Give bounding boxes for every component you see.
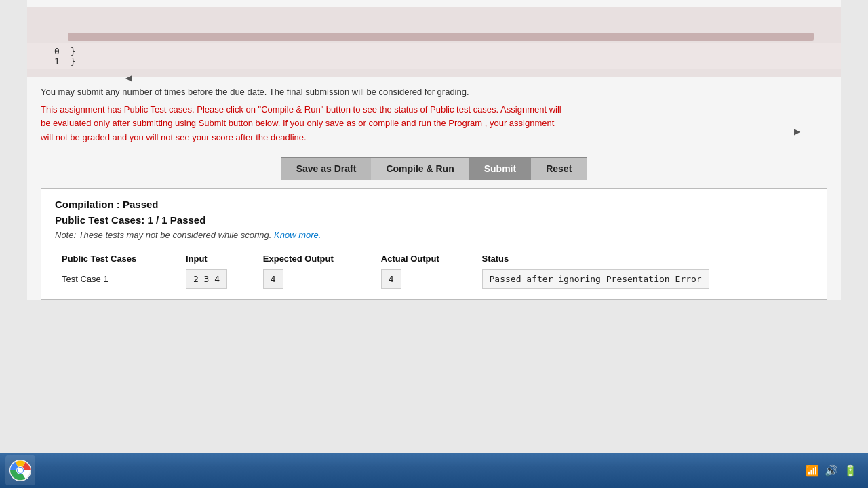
test-case-name: Test Case 1 (55, 268, 179, 289)
line-code-0: } (71, 46, 76, 56)
col-header-expected: Expected Output (256, 249, 374, 268)
action-button-bar: Save as Draft Compile & Run Submit Reset (27, 157, 841, 180)
table-row: Test Case 1 2 3 4 4 4 Passed after ignor… (55, 268, 813, 289)
know-more-link[interactable]: Know more. (274, 230, 321, 240)
battery-icon: 🔋 (844, 464, 857, 477)
scroll-right-arrow[interactable]: ▶ (794, 127, 800, 136)
warning-text: This assignment has Public Test cases. P… (27, 103, 841, 152)
test-case-input: 2 3 4 (179, 268, 256, 289)
line-code-1: } (71, 56, 76, 66)
network-icon: 📶 (806, 464, 819, 477)
test-case-status: Passed after ignoring Presentation Error (475, 268, 813, 289)
taskbar: 📶 🔊 🔋 (0, 453, 868, 488)
submit-info-text: You may submit any number of times befor… (27, 77, 841, 103)
line-number-1: 1 (54, 56, 60, 66)
scoring-note: Note: These tests may not be considered … (55, 230, 813, 240)
col-header-name: Public Test Cases (55, 249, 179, 268)
submit-button[interactable]: Submit (469, 157, 531, 180)
compile-run-button[interactable]: Compile & Run (371, 157, 469, 180)
horizontal-scrollbar[interactable] (68, 33, 814, 41)
taskbar-right: 📶 🔊 🔋 (806, 464, 863, 477)
speaker-icon: 🔊 (825, 464, 838, 477)
code-area: ◀ ▶ 0 } 1 } (27, 7, 841, 77)
svg-point-4 (18, 468, 23, 473)
scroll-left-arrow[interactable]: ◀ (125, 73, 132, 83)
col-header-actual: Actual Output (374, 249, 475, 268)
test-cases-table: Public Test Cases Input Expected Output … (55, 249, 813, 289)
test-case-expected: 4 (256, 268, 374, 289)
main-content: ◀ ▶ 0 } 1 } You may submit any number of… (27, 0, 841, 300)
line-number-0: 0 (54, 46, 60, 56)
save-draft-button[interactable]: Save as Draft (281, 157, 372, 180)
col-header-input: Input (179, 249, 256, 268)
compilation-status: Compilation : Passed (55, 199, 813, 210)
reset-button[interactable]: Reset (531, 157, 587, 180)
code-display: 0 } 1 } (27, 43, 841, 69)
test-cases-summary: Public Test Cases: 1 / 1 Passed (55, 214, 813, 226)
col-header-status: Status (475, 249, 813, 268)
chrome-taskbar-icon[interactable] (5, 455, 35, 485)
results-box: Compilation : Passed Public Test Cases: … (41, 188, 827, 300)
test-case-actual: 4 (374, 268, 475, 289)
